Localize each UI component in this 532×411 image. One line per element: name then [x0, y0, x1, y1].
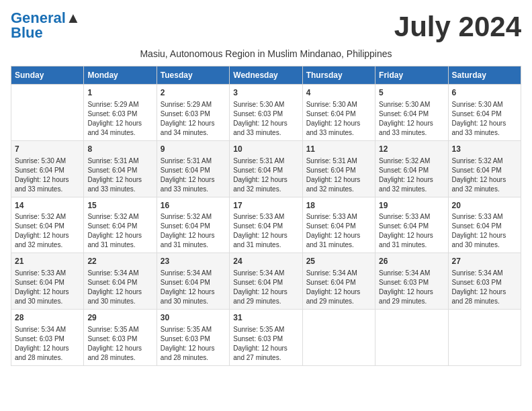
calendar-week-3: 14Sunrise: 5:32 AM Sunset: 6:04 PM Dayli… — [11, 197, 521, 253]
calendar-cell: 11Sunrise: 5:31 AM Sunset: 6:04 PM Dayli… — [302, 140, 375, 197]
day-number: 12 — [379, 144, 444, 155]
calendar-cell — [448, 310, 521, 366]
day-info: Sunrise: 5:35 AM Sunset: 6:03 PM Dayligh… — [87, 325, 152, 363]
calendar-cell: 28Sunrise: 5:34 AM Sunset: 6:03 PM Dayli… — [11, 310, 84, 366]
calendar-week-1: 1Sunrise: 5:29 AM Sunset: 6:03 PM Daylig… — [11, 85, 521, 141]
day-number: 27 — [452, 256, 517, 267]
logo-blue: Blue — [11, 26, 43, 40]
calendar-cell: 31Sunrise: 5:35 AM Sunset: 6:03 PM Dayli… — [230, 310, 302, 366]
calendar-cell: 19Sunrise: 5:33 AM Sunset: 6:04 PM Dayli… — [375, 197, 448, 253]
day-info: Sunrise: 5:29 AM Sunset: 6:03 PM Dayligh… — [161, 100, 226, 138]
calendar-cell: 27Sunrise: 5:34 AM Sunset: 6:03 PM Dayli… — [448, 253, 521, 310]
day-number: 1 — [87, 87, 152, 99]
day-info: Sunrise: 5:34 AM Sunset: 6:04 PM Dayligh… — [233, 269, 298, 306]
col-header-monday: Monday — [84, 66, 157, 85]
day-info: Sunrise: 5:31 AM Sunset: 6:04 PM Dayligh… — [233, 156, 298, 194]
calendar-cell: 18Sunrise: 5:33 AM Sunset: 6:04 PM Dayli… — [302, 197, 375, 253]
calendar-header-row: SundayMondayTuesdayWednesdayThursdayFrid… — [11, 66, 521, 85]
day-info: Sunrise: 5:35 AM Sunset: 6:03 PM Dayligh… — [161, 325, 226, 363]
calendar-cell: 13Sunrise: 5:32 AM Sunset: 6:04 PM Dayli… — [448, 140, 521, 197]
day-info: Sunrise: 5:34 AM Sunset: 6:03 PM Dayligh… — [452, 269, 517, 306]
day-info: Sunrise: 5:31 AM Sunset: 6:04 PM Dayligh… — [87, 156, 152, 194]
day-number: 19 — [379, 200, 444, 212]
calendar-cell: 8Sunrise: 5:31 AM Sunset: 6:04 PM Daylig… — [84, 140, 157, 197]
day-info: Sunrise: 5:30 AM Sunset: 6:04 PM Dayligh… — [452, 100, 517, 138]
calendar-cell: 30Sunrise: 5:35 AM Sunset: 6:03 PM Dayli… — [157, 310, 229, 366]
calendar-cell — [302, 310, 375, 366]
day-number: 23 — [161, 256, 226, 267]
calendar-cell: 10Sunrise: 5:31 AM Sunset: 6:04 PM Dayli… — [230, 140, 302, 197]
calendar-cell: 1Sunrise: 5:29 AM Sunset: 6:03 PM Daylig… — [84, 85, 157, 141]
day-info: Sunrise: 5:33 AM Sunset: 6:04 PM Dayligh… — [15, 269, 80, 306]
day-number: 9 — [161, 144, 226, 155]
col-header-sunday: Sunday — [11, 66, 84, 85]
day-info: Sunrise: 5:30 AM Sunset: 6:04 PM Dayligh… — [15, 156, 80, 194]
col-header-saturday: Saturday — [448, 66, 521, 85]
day-info: Sunrise: 5:32 AM Sunset: 6:04 PM Dayligh… — [452, 156, 517, 194]
day-number: 18 — [306, 200, 371, 212]
day-info: Sunrise: 5:33 AM Sunset: 6:04 PM Dayligh… — [233, 212, 298, 250]
day-number: 28 — [15, 312, 80, 324]
day-number: 16 — [161, 200, 226, 212]
day-number: 6 — [452, 87, 517, 99]
calendar-body: 1Sunrise: 5:29 AM Sunset: 6:03 PM Daylig… — [11, 85, 521, 366]
day-number: 22 — [87, 256, 152, 267]
day-info: Sunrise: 5:31 AM Sunset: 6:04 PM Dayligh… — [306, 156, 371, 194]
calendar-cell: 12Sunrise: 5:32 AM Sunset: 6:04 PM Dayli… — [375, 140, 448, 197]
day-info: Sunrise: 5:30 AM Sunset: 6:04 PM Dayligh… — [379, 100, 444, 138]
day-number: 11 — [306, 144, 371, 155]
day-number: 31 — [233, 312, 298, 324]
calendar-cell — [11, 85, 84, 141]
calendar-cell: 7Sunrise: 5:30 AM Sunset: 6:04 PM Daylig… — [11, 140, 84, 197]
col-header-wednesday: Wednesday — [230, 66, 302, 85]
calendar-cell: 26Sunrise: 5:34 AM Sunset: 6:03 PM Dayli… — [375, 253, 448, 310]
calendar-cell — [375, 310, 448, 366]
header-section: General▲ Blue July 2024 — [11, 11, 521, 43]
calendar-cell: 21Sunrise: 5:33 AM Sunset: 6:04 PM Dayli… — [11, 253, 84, 310]
day-number: 15 — [87, 200, 152, 212]
day-number: 5 — [379, 87, 444, 99]
calendar-cell: 16Sunrise: 5:32 AM Sunset: 6:04 PM Dayli… — [157, 197, 229, 253]
calendar-week-5: 28Sunrise: 5:34 AM Sunset: 6:03 PM Dayli… — [11, 310, 521, 366]
day-number: 20 — [452, 200, 517, 212]
day-number: 30 — [161, 312, 226, 324]
calendar-cell: 17Sunrise: 5:33 AM Sunset: 6:04 PM Dayli… — [230, 197, 302, 253]
calendar-week-2: 7Sunrise: 5:30 AM Sunset: 6:04 PM Daylig… — [11, 140, 521, 197]
col-header-friday: Friday — [375, 66, 448, 85]
day-number: 3 — [233, 87, 298, 99]
day-number: 4 — [306, 87, 371, 99]
day-info: Sunrise: 5:32 AM Sunset: 6:04 PM Dayligh… — [379, 156, 444, 194]
calendar-table: SundayMondayTuesdayWednesdayThursdayFrid… — [11, 66, 521, 366]
month-title: July 2024 — [394, 11, 521, 43]
day-number: 2 — [161, 87, 226, 99]
day-number: 24 — [233, 256, 298, 267]
day-number: 7 — [15, 144, 80, 155]
calendar-cell: 25Sunrise: 5:34 AM Sunset: 6:04 PM Dayli… — [302, 253, 375, 310]
calendar-cell: 6Sunrise: 5:30 AM Sunset: 6:04 PM Daylig… — [448, 85, 521, 141]
logo-text: General▲ — [11, 11, 81, 26]
calendar-cell: 15Sunrise: 5:32 AM Sunset: 6:04 PM Dayli… — [84, 197, 157, 253]
col-header-tuesday: Tuesday — [157, 66, 229, 85]
day-info: Sunrise: 5:32 AM Sunset: 6:04 PM Dayligh… — [15, 212, 80, 250]
logo: General▲ Blue — [11, 11, 81, 40]
day-number: 10 — [233, 144, 298, 155]
day-info: Sunrise: 5:34 AM Sunset: 6:04 PM Dayligh… — [161, 269, 226, 306]
day-info: Sunrise: 5:30 AM Sunset: 6:04 PM Dayligh… — [306, 100, 371, 138]
day-number: 25 — [306, 256, 371, 267]
day-number: 26 — [379, 256, 444, 267]
day-info: Sunrise: 5:33 AM Sunset: 6:04 PM Dayligh… — [306, 212, 371, 250]
day-info: Sunrise: 5:29 AM Sunset: 6:03 PM Dayligh… — [87, 100, 152, 138]
day-info: Sunrise: 5:30 AM Sunset: 6:03 PM Dayligh… — [233, 100, 298, 138]
calendar-cell: 3Sunrise: 5:30 AM Sunset: 6:03 PM Daylig… — [230, 85, 302, 141]
day-number: 21 — [15, 256, 80, 267]
day-info: Sunrise: 5:32 AM Sunset: 6:04 PM Dayligh… — [161, 212, 226, 250]
calendar-cell: 22Sunrise: 5:34 AM Sunset: 6:04 PM Dayli… — [84, 253, 157, 310]
day-number: 8 — [87, 144, 152, 155]
calendar-week-4: 21Sunrise: 5:33 AM Sunset: 6:04 PM Dayli… — [11, 253, 521, 310]
calendar-cell: 5Sunrise: 5:30 AM Sunset: 6:04 PM Daylig… — [375, 85, 448, 141]
day-number: 29 — [87, 312, 152, 324]
calendar-cell: 2Sunrise: 5:29 AM Sunset: 6:03 PM Daylig… — [157, 85, 229, 141]
calendar-cell: 29Sunrise: 5:35 AM Sunset: 6:03 PM Dayli… — [84, 310, 157, 366]
calendar-cell: 4Sunrise: 5:30 AM Sunset: 6:04 PM Daylig… — [302, 85, 375, 141]
day-info: Sunrise: 5:33 AM Sunset: 6:04 PM Dayligh… — [379, 212, 444, 250]
